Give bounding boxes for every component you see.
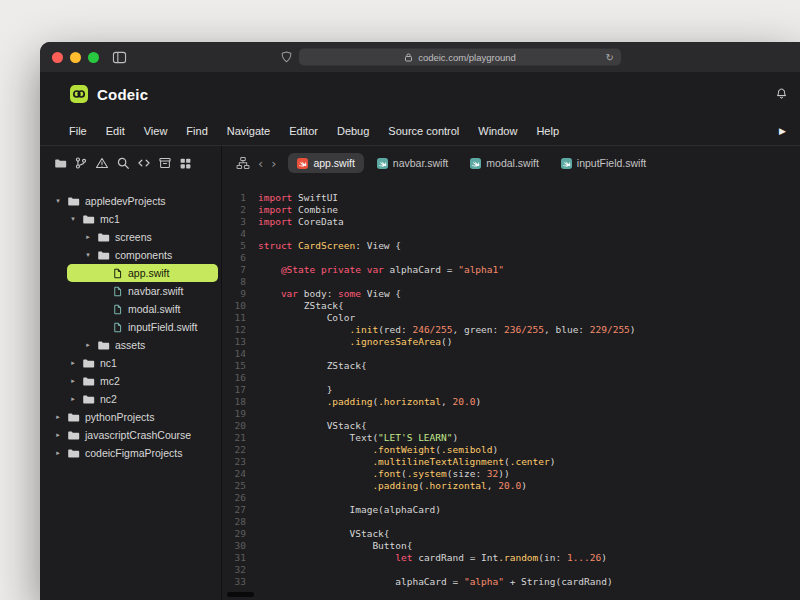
menu-item-navigate[interactable]: Navigate: [227, 125, 270, 137]
menu-items: FileEditViewFindNavigateEditorDebugSourc…: [69, 125, 559, 137]
tree-item-navbar-swift[interactable]: navbar.swift: [40, 282, 221, 300]
hierarchy-icon[interactable]: [236, 156, 250, 170]
line-number: 16: [222, 372, 246, 384]
tree-item-label: assets: [115, 339, 145, 351]
menu-item-help[interactable]: Help: [536, 125, 559, 137]
tab-navbar-swift[interactable]: navbar.swift: [368, 153, 457, 173]
folder-icon[interactable]: [54, 157, 67, 170]
code-text: Color: [246, 312, 355, 324]
folder-icon: [82, 213, 95, 226]
tab-inputfield-swift[interactable]: inputField.swift: [552, 153, 655, 173]
tree-item-pythonprojects[interactable]: ▸pythonProjects: [40, 408, 221, 426]
line-number: 29: [222, 528, 246, 540]
tree-item-codeicfigmaprojects[interactable]: ▸codeicFigmaProjects: [40, 444, 221, 462]
chevron-right-icon[interactable]: ▸: [54, 449, 62, 457]
code-line-30: 30 Button{: [222, 540, 800, 552]
tree-item-javascriptcrashcourse[interactable]: ▸javascriptCrashCourse: [40, 426, 221, 444]
code-editor[interactable]: 1import SwiftUI2import Combine3import Co…: [222, 180, 800, 600]
line-number: 21: [222, 432, 246, 444]
folder-icon: [67, 429, 80, 442]
chevron-right-icon[interactable]: ›: [271, 157, 276, 170]
menu-item-view[interactable]: View: [144, 125, 168, 137]
line-number: 17: [222, 384, 246, 396]
code-text: @State private var alphaCard = "alpha1": [246, 264, 504, 276]
tree-item-label: inputField.swift: [128, 321, 197, 333]
code-text: ZStack{: [246, 300, 344, 312]
shield-icon[interactable]: [281, 51, 292, 64]
code-icon[interactable]: [137, 156, 151, 170]
tree-item-nc1[interactable]: ▸nc1: [40, 354, 221, 372]
horizontal-scrollbar-thumb[interactable]: [227, 592, 254, 597]
code-line-32: 32: [222, 564, 800, 576]
refresh-icon[interactable]: ↻: [606, 52, 614, 62]
menu-item-debug[interactable]: Debug: [337, 125, 369, 137]
tree-item-components[interactable]: ▾components: [40, 246, 221, 264]
extensions-icon[interactable]: [179, 157, 192, 170]
folder-icon: [97, 231, 110, 244]
file-tree: ▾appledevProjects▾mc1▸screens▾components…: [40, 180, 221, 600]
chevron-right-icon[interactable]: ▸: [69, 359, 77, 367]
chevron-right-icon[interactable]: ▸: [84, 233, 92, 241]
menu-item-source-control[interactable]: Source control: [388, 125, 459, 137]
menu-item-edit[interactable]: Edit: [106, 125, 125, 137]
code-line-14: 14: [222, 348, 800, 360]
tree-item-modal-swift[interactable]: modal.swift: [40, 300, 221, 318]
line-number: 3: [222, 216, 246, 228]
tree-item-assets[interactable]: ▸assets: [40, 336, 221, 354]
url-bar[interactable]: codeic.com/playground ↻: [299, 49, 621, 66]
chevron-left-icon[interactable]: ‹: [258, 157, 263, 170]
tree-item-screens[interactable]: ▸screens: [40, 228, 221, 246]
code-line-15: 15 ZStack{: [222, 360, 800, 372]
line-number: 33: [222, 576, 246, 588]
code-text: [246, 372, 258, 384]
warning-icon[interactable]: [95, 156, 109, 170]
menu-item-find[interactable]: Find: [186, 125, 207, 137]
tree-item-mc2[interactable]: ▸mc2: [40, 372, 221, 390]
menu-item-window[interactable]: Window: [478, 125, 517, 137]
chevron-down-icon[interactable]: ▾: [54, 197, 62, 205]
minimize-window-button[interactable]: [70, 52, 81, 63]
code-line-7: 7 @State private var alphaCard = "alpha1…: [222, 264, 800, 276]
folder-icon: [82, 393, 95, 406]
chevron-right-icon[interactable]: ▸: [69, 395, 77, 403]
code-line-24: 24 .font(.system(size: 32)): [222, 468, 800, 480]
code-text: Image(alphaCard): [246, 504, 441, 516]
tree-item-nc2[interactable]: ▸nc2: [40, 390, 221, 408]
menu-item-file[interactable]: File: [69, 125, 87, 137]
package-icon[interactable]: [158, 156, 172, 170]
bell-icon[interactable]: [775, 87, 788, 101]
close-window-button[interactable]: [52, 52, 63, 63]
code-line-28: 28: [222, 516, 800, 528]
zoom-window-button[interactable]: [88, 52, 99, 63]
line-number: 31: [222, 552, 246, 564]
line-number: 30: [222, 540, 246, 552]
folder-icon: [97, 249, 110, 262]
tree-item-app-swift[interactable]: app.swift: [67, 264, 218, 282]
code-text: VStack{: [246, 528, 390, 540]
tree-item-inputfield-swift[interactable]: inputField.swift: [40, 318, 221, 336]
chevron-down-icon[interactable]: ▾: [84, 251, 92, 259]
code-text: Button{: [246, 540, 412, 552]
tab-bar: ‹ › app.swiftnavbar.swiftmodal.swiftinpu…: [222, 146, 800, 180]
tab-modal-swift[interactable]: modal.swift: [461, 153, 548, 173]
search-icon[interactable]: [116, 156, 130, 170]
menu-item-editor[interactable]: Editor: [289, 125, 318, 137]
url-text: codeic.com/playground: [418, 52, 516, 63]
run-icon[interactable]: ▶: [779, 126, 786, 136]
chevron-right-icon[interactable]: ▸: [84, 341, 92, 349]
chevron-right-icon[interactable]: ▸: [69, 377, 77, 385]
tree-item-appledevprojects[interactable]: ▾appledevProjects: [40, 192, 221, 210]
git-branch-icon[interactable]: [74, 156, 88, 170]
line-number: 24: [222, 468, 246, 480]
file-icon: [112, 322, 123, 333]
code-line-2: 2import Combine: [222, 204, 800, 216]
line-number: 1: [222, 192, 246, 204]
swift-file-icon: [297, 158, 308, 169]
chevron-right-icon[interactable]: ▸: [54, 413, 62, 421]
chevron-right-icon[interactable]: ▸: [54, 431, 62, 439]
code-line-20: 20 VStack{: [222, 420, 800, 432]
tab-app-swift[interactable]: app.swift: [288, 153, 363, 173]
tree-item-mc1[interactable]: ▾mc1: [40, 210, 221, 228]
chevron-down-icon[interactable]: ▾: [69, 215, 77, 223]
sidebar-toggle-icon[interactable]: [112, 51, 127, 64]
